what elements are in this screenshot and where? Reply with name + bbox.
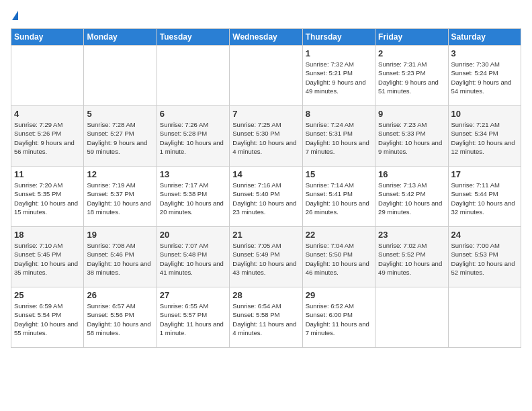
day-number: 26 xyxy=(87,290,153,300)
col-header-tuesday: Tuesday xyxy=(157,29,229,46)
day-number: 8 xyxy=(306,109,372,119)
day-info: Sunrise: 7:29 AMSunset: 5:26 PMDaylight:… xyxy=(14,120,81,156)
day-info: Sunrise: 7:30 AMSunset: 5:24 PMDaylight:… xyxy=(451,60,518,95)
logo xyxy=(11,11,18,21)
calendar-cell: 1Sunrise: 7:32 AMSunset: 5:21 PMDaylight… xyxy=(302,46,375,106)
day-number: 19 xyxy=(87,230,153,240)
day-number: 22 xyxy=(306,230,372,240)
day-info: Sunrise: 7:11 AMSunset: 5:44 PMDaylight:… xyxy=(451,181,518,216)
day-number: 24 xyxy=(451,230,518,240)
calendar-cell: 9Sunrise: 7:23 AMSunset: 5:33 PMDaylight… xyxy=(375,106,448,167)
day-number: 4 xyxy=(14,109,81,119)
day-info: Sunrise: 6:59 AMSunset: 5:54 PMDaylight:… xyxy=(14,302,81,337)
day-number: 12 xyxy=(87,169,153,179)
day-number: 10 xyxy=(451,109,518,119)
day-info: Sunrise: 7:08 AMSunset: 5:46 PMDaylight:… xyxy=(87,241,153,277)
day-number: 9 xyxy=(378,109,445,119)
day-number: 3 xyxy=(451,48,518,58)
day-info: Sunrise: 7:17 AMSunset: 5:38 PMDaylight:… xyxy=(160,181,226,216)
day-info: Sunrise: 7:00 AMSunset: 5:53 PMDaylight:… xyxy=(451,241,518,277)
day-info: Sunrise: 7:16 AMSunset: 5:40 PMDaylight:… xyxy=(232,181,299,216)
day-info: Sunrise: 7:24 AMSunset: 5:31 PMDaylight:… xyxy=(306,120,372,156)
day-number: 2 xyxy=(378,48,445,58)
calendar-cell: 6Sunrise: 7:26 AMSunset: 5:28 PMDaylight… xyxy=(157,106,229,167)
calendar-cell: 4Sunrise: 7:29 AMSunset: 5:26 PMDaylight… xyxy=(11,106,84,167)
day-number: 11 xyxy=(14,169,81,179)
day-number: 5 xyxy=(87,109,153,119)
day-info: Sunrise: 7:28 AMSunset: 5:27 PMDaylight:… xyxy=(87,120,153,156)
day-info: Sunrise: 7:13 AMSunset: 5:42 PMDaylight:… xyxy=(378,181,445,216)
day-info: Sunrise: 6:57 AMSunset: 5:56 PMDaylight:… xyxy=(87,302,153,337)
calendar-cell: 10Sunrise: 7:21 AMSunset: 5:34 PMDayligh… xyxy=(448,106,521,167)
calendar-cell: 7Sunrise: 7:25 AMSunset: 5:30 PMDaylight… xyxy=(230,106,302,167)
calendar-cell xyxy=(448,287,521,348)
day-info: Sunrise: 7:05 AMSunset: 5:49 PMDaylight:… xyxy=(232,241,299,277)
col-header-monday: Monday xyxy=(84,29,157,46)
col-header-thursday: Thursday xyxy=(302,29,375,46)
calendar-cell: 3Sunrise: 7:30 AMSunset: 5:24 PMDaylight… xyxy=(448,46,521,106)
day-info: Sunrise: 7:14 AMSunset: 5:41 PMDaylight:… xyxy=(306,181,372,216)
day-info: Sunrise: 7:26 AMSunset: 5:28 PMDaylight:… xyxy=(160,120,226,156)
calendar-cell: 21Sunrise: 7:05 AMSunset: 5:49 PMDayligh… xyxy=(230,227,302,287)
day-info: Sunrise: 7:31 AMSunset: 5:23 PMDaylight:… xyxy=(378,60,445,95)
day-number: 16 xyxy=(378,169,445,179)
day-number: 18 xyxy=(14,230,81,240)
day-info: Sunrise: 7:23 AMSunset: 5:33 PMDaylight:… xyxy=(378,120,445,156)
day-info: Sunrise: 7:19 AMSunset: 5:37 PMDaylight:… xyxy=(87,181,153,216)
calendar-cell: 26Sunrise: 6:57 AMSunset: 5:56 PMDayligh… xyxy=(84,287,157,348)
day-number: 6 xyxy=(160,109,226,119)
calendar-cell: 19Sunrise: 7:08 AMSunset: 5:46 PMDayligh… xyxy=(84,227,157,287)
day-number: 1 xyxy=(306,48,372,58)
col-header-sunday: Sunday xyxy=(11,29,84,46)
col-header-saturday: Saturday xyxy=(448,29,521,46)
day-number: 14 xyxy=(232,169,299,179)
day-info: Sunrise: 7:20 AMSunset: 5:35 PMDaylight:… xyxy=(14,181,81,216)
day-number: 25 xyxy=(14,290,81,300)
day-number: 27 xyxy=(160,290,226,300)
calendar-cell xyxy=(157,46,229,106)
day-number: 28 xyxy=(232,290,299,300)
calendar-cell: 20Sunrise: 7:07 AMSunset: 5:48 PMDayligh… xyxy=(157,227,229,287)
calendar-cell: 18Sunrise: 7:10 AMSunset: 5:45 PMDayligh… xyxy=(11,227,84,287)
day-info: Sunrise: 6:52 AMSunset: 6:00 PMDaylight:… xyxy=(306,302,372,337)
day-info: Sunrise: 7:02 AMSunset: 5:52 PMDaylight:… xyxy=(378,241,445,277)
day-info: Sunrise: 7:10 AMSunset: 5:45 PMDaylight:… xyxy=(14,241,81,277)
page-header xyxy=(11,11,521,21)
day-info: Sunrise: 6:54 AMSunset: 5:58 PMDaylight:… xyxy=(232,302,299,337)
calendar-cell: 27Sunrise: 6:55 AMSunset: 5:57 PMDayligh… xyxy=(157,287,229,348)
calendar-cell: 15Sunrise: 7:14 AMSunset: 5:41 PMDayligh… xyxy=(302,167,375,227)
day-number: 21 xyxy=(232,230,299,240)
calendar-cell: 25Sunrise: 6:59 AMSunset: 5:54 PMDayligh… xyxy=(11,287,84,348)
calendar-cell: 29Sunrise: 6:52 AMSunset: 6:00 PMDayligh… xyxy=(302,287,375,348)
day-info: Sunrise: 6:55 AMSunset: 5:57 PMDaylight:… xyxy=(160,302,226,337)
calendar-cell: 2Sunrise: 7:31 AMSunset: 5:23 PMDaylight… xyxy=(375,46,448,106)
calendar-cell: 11Sunrise: 7:20 AMSunset: 5:35 PMDayligh… xyxy=(11,167,84,227)
calendar-cell: 22Sunrise: 7:04 AMSunset: 5:50 PMDayligh… xyxy=(302,227,375,287)
day-number: 23 xyxy=(378,230,445,240)
day-info: Sunrise: 7:04 AMSunset: 5:50 PMDaylight:… xyxy=(306,241,372,277)
day-info: Sunrise: 7:07 AMSunset: 5:48 PMDaylight:… xyxy=(160,241,226,277)
calendar-cell: 5Sunrise: 7:28 AMSunset: 5:27 PMDaylight… xyxy=(84,106,157,167)
calendar-cell: 13Sunrise: 7:17 AMSunset: 5:38 PMDayligh… xyxy=(157,167,229,227)
day-number: 15 xyxy=(306,169,372,179)
col-header-wednesday: Wednesday xyxy=(230,29,302,46)
calendar-cell: 28Sunrise: 6:54 AMSunset: 5:58 PMDayligh… xyxy=(230,287,302,348)
calendar-cell xyxy=(84,46,157,106)
calendar-cell: 8Sunrise: 7:24 AMSunset: 5:31 PMDaylight… xyxy=(302,106,375,167)
calendar-cell: 24Sunrise: 7:00 AMSunset: 5:53 PMDayligh… xyxy=(448,227,521,287)
day-number: 29 xyxy=(306,290,372,300)
calendar-cell: 16Sunrise: 7:13 AMSunset: 5:42 PMDayligh… xyxy=(375,167,448,227)
day-info: Sunrise: 7:21 AMSunset: 5:34 PMDaylight:… xyxy=(451,120,518,156)
calendar-cell: 23Sunrise: 7:02 AMSunset: 5:52 PMDayligh… xyxy=(375,227,448,287)
col-header-friday: Friday xyxy=(375,29,448,46)
logo-icon xyxy=(12,11,18,20)
calendar-cell: 12Sunrise: 7:19 AMSunset: 5:37 PMDayligh… xyxy=(84,167,157,227)
day-info: Sunrise: 7:32 AMSunset: 5:21 PMDaylight:… xyxy=(306,60,372,95)
day-number: 17 xyxy=(451,169,518,179)
day-number: 13 xyxy=(160,169,226,179)
day-info: Sunrise: 7:25 AMSunset: 5:30 PMDaylight:… xyxy=(232,120,299,156)
calendar-table: SundayMondayTuesdayWednesdayThursdayFrid… xyxy=(11,28,521,348)
day-number: 7 xyxy=(232,109,299,119)
day-number: 20 xyxy=(160,230,226,240)
calendar-cell xyxy=(230,46,302,106)
